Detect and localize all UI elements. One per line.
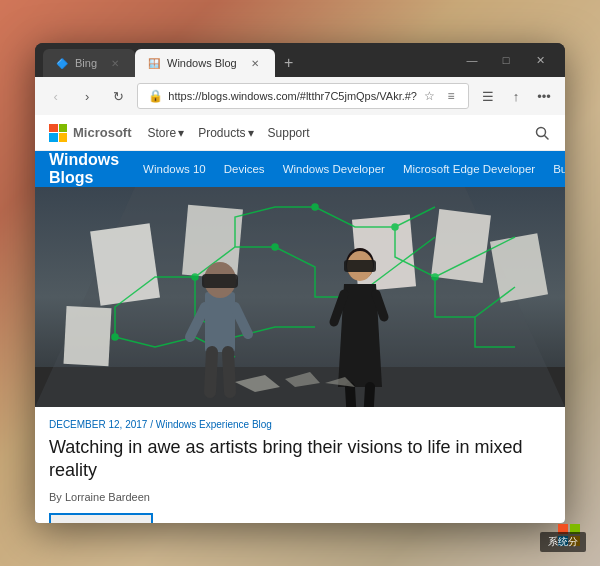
blog-nav-business[interactable]: Business bbox=[553, 163, 565, 175]
svg-line-31 bbox=[350, 387, 352, 407]
window-controls: — □ ✕ bbox=[455, 43, 557, 77]
svg-rect-27 bbox=[344, 260, 376, 272]
star-icon[interactable]: ☆ bbox=[421, 87, 439, 105]
address-text: https://blogs.windows.com/#ltthr7C5jmQps… bbox=[168, 90, 417, 102]
bing-favicon: 🔷 bbox=[55, 56, 69, 70]
hub-button[interactable]: ☰ bbox=[475, 83, 501, 109]
svg-rect-11 bbox=[64, 306, 112, 366]
browser-window: 🔷 Bing ✕ 🪟 Windows Blog ✕ + — □ ✕ ‹ › ↻ … bbox=[35, 43, 565, 523]
svg-rect-6 bbox=[90, 223, 160, 306]
ms-logo-grid bbox=[49, 124, 67, 142]
ms-logo-blue bbox=[49, 133, 58, 142]
ms-logo-red bbox=[49, 124, 58, 133]
ms-search-button[interactable] bbox=[533, 124, 551, 142]
tab-bing[interactable]: 🔷 Bing ✕ bbox=[43, 49, 135, 77]
store-chevron-icon: ▾ bbox=[178, 126, 184, 140]
tab-bing-close[interactable]: ✕ bbox=[107, 55, 123, 71]
back-button[interactable]: ‹ bbox=[43, 83, 68, 109]
svg-point-14 bbox=[192, 274, 198, 280]
ms-logo[interactable]: Microsoft bbox=[49, 124, 132, 142]
svg-point-13 bbox=[312, 204, 318, 210]
article-title: Watching in awe as artists bring their v… bbox=[49, 436, 551, 483]
hero-section: DECEMBER 12, 2017 / Windows Experience B… bbox=[35, 187, 565, 523]
close-button[interactable]: ✕ bbox=[523, 43, 557, 77]
ms-logo-green bbox=[59, 124, 68, 133]
svg-line-32 bbox=[368, 387, 370, 407]
refresh-button[interactable]: ↻ bbox=[106, 83, 131, 109]
ms-logo-yellow bbox=[59, 133, 68, 142]
tab-windows-blog-close[interactable]: ✕ bbox=[247, 55, 263, 71]
article-category[interactable]: Windows Experience Blog bbox=[156, 419, 272, 430]
tab-windows-blog[interactable]: 🪟 Windows Blog ✕ bbox=[135, 49, 275, 77]
blog-nav-windows-developer[interactable]: Windows Developer bbox=[283, 163, 385, 175]
page-content: Microsoft Store ▾ Products ▾ Support bbox=[35, 115, 565, 523]
lock-icon: 🔒 bbox=[146, 87, 164, 105]
article-author: By Lorraine Bardeen bbox=[49, 491, 551, 503]
svg-point-15 bbox=[392, 224, 398, 230]
ms-nav-store[interactable]: Store ▾ bbox=[148, 126, 185, 140]
address-icons: ☆ ≡ bbox=[421, 87, 460, 105]
title-bar: 🔷 Bing ✕ 🪟 Windows Blog ✕ + — □ ✕ bbox=[35, 43, 565, 77]
svg-point-16 bbox=[432, 274, 438, 280]
svg-rect-20 bbox=[202, 274, 238, 288]
blog-title[interactable]: Windows Blogs bbox=[49, 151, 119, 187]
article-date: DECEMBER 12, 2017 bbox=[49, 419, 147, 430]
svg-rect-18 bbox=[205, 292, 235, 352]
ms-nav-support[interactable]: Support bbox=[268, 126, 310, 140]
svg-rect-9 bbox=[431, 209, 491, 283]
tab-windows-blog-label: Windows Blog bbox=[167, 57, 237, 69]
svg-line-1 bbox=[545, 135, 549, 139]
hero-illustration bbox=[35, 187, 565, 407]
hero-image bbox=[35, 187, 565, 407]
svg-point-12 bbox=[272, 244, 278, 250]
blog-nav-windows10[interactable]: Windows 10 bbox=[143, 163, 206, 175]
maximize-button[interactable]: □ bbox=[489, 43, 523, 77]
forward-button[interactable]: › bbox=[74, 83, 99, 109]
tab-bing-label: Bing bbox=[75, 57, 97, 69]
read-more-button[interactable]: READ MORE bbox=[49, 513, 153, 523]
svg-point-17 bbox=[112, 334, 118, 340]
blog-nav-edge-developer[interactable]: Microsoft Edge Developer bbox=[403, 163, 535, 175]
blog-nav-devices[interactable]: Devices bbox=[224, 163, 265, 175]
toolbar-icons: ☰ ↑ ••• bbox=[475, 83, 557, 109]
article-meta: DECEMBER 12, 2017 / Windows Experience B… bbox=[49, 419, 551, 430]
ms-logo-text: Microsoft bbox=[73, 125, 132, 140]
address-input[interactable]: 🔒 https://blogs.windows.com/#ltthr7C5jmQ… bbox=[137, 83, 469, 109]
title-bar-spacer bbox=[303, 43, 455, 77]
more-button[interactable]: ••• bbox=[531, 83, 557, 109]
blog-nav-bar: Windows Blogs Windows 10 Devices Windows… bbox=[35, 151, 565, 187]
ms-nav-bar: Microsoft Store ▾ Products ▾ Support bbox=[35, 115, 565, 151]
windows-favicon: 🪟 bbox=[147, 56, 161, 70]
ms-nav-links: Store ▾ Products ▾ Support bbox=[148, 126, 534, 140]
ms-nav-products[interactable]: Products ▾ bbox=[198, 126, 253, 140]
article-info: DECEMBER 12, 2017 / Windows Experience B… bbox=[35, 407, 565, 523]
svg-line-23 bbox=[210, 352, 212, 392]
share-button[interactable]: ↑ bbox=[503, 83, 529, 109]
new-tab-button[interactable]: + bbox=[275, 49, 303, 77]
reading-mode-icon[interactable]: ≡ bbox=[442, 87, 460, 105]
svg-line-24 bbox=[228, 352, 230, 392]
watermark: 系统分 bbox=[540, 532, 586, 552]
products-chevron-icon: ▾ bbox=[248, 126, 254, 140]
article-separator: / bbox=[150, 419, 153, 430]
address-bar: ‹ › ↻ 🔒 https://blogs.windows.com/#ltthr… bbox=[35, 77, 565, 115]
minimize-button[interactable]: — bbox=[455, 43, 489, 77]
